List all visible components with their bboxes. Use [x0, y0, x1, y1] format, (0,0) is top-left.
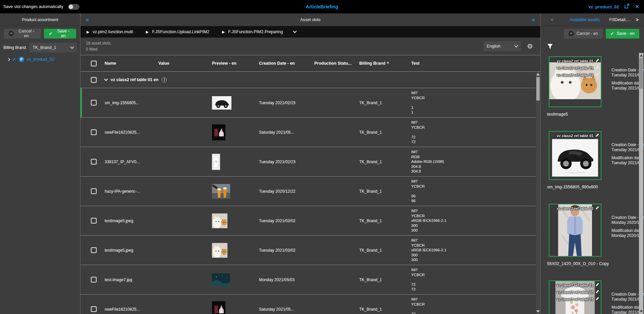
billing-brand-select[interactable]: TK_Brand_1 [29, 43, 77, 53]
asset-label: vz class2 ref table 01 [549, 132, 601, 139]
edit-pencil-icon[interactable] [595, 65, 599, 70]
scroll-down-icon[interactable] [640, 310, 643, 313]
cell-billing-brand: TK_Brand_1 [357, 277, 409, 282]
info-icon[interactable]: i [162, 77, 167, 82]
right-cancel-button[interactable]: ✕ Cancel - en [564, 29, 603, 39]
tab-fsdetail[interactable]: FSDetail.... [609, 17, 630, 22]
edit-pencil-icon[interactable] [595, 290, 599, 294]
cell-name: testImage5.jpeg [102, 218, 156, 223]
nav-back-icon[interactable]: < [551, 17, 553, 22]
scrollbar-thumb[interactable] [639, 58, 643, 89]
row-checkbox[interactable] [91, 129, 97, 135]
edit-pencil-icon[interactable] [595, 297, 599, 301]
row-checkbox[interactable] [91, 159, 97, 165]
table-row[interactable]: newFile16210825... Saturday 2021/05... T… [80, 295, 540, 314]
column-name[interactable]: Name [102, 61, 156, 66]
edit-pencil-icon[interactable] [595, 133, 599, 138]
scroll-down-icon[interactable] [536, 310, 540, 313]
open-external-icon[interactable] [624, 4, 630, 10]
scrollbar-thumb[interactable] [536, 77, 540, 101]
table-row[interactable]: hazy-IPA-generic-... Tuesday 2020/12/22 … [80, 177, 540, 206]
tab-available-assets[interactable]: Available assets [570, 17, 600, 22]
cell-name: testImage5.jpeg [102, 248, 156, 253]
workflow-button-3[interactable]: ▶ F.JSFunction.PIM2.Preparing [222, 29, 283, 34]
cell-test: IM7 YCBCR sRGB IEC61966-2.1 300 300 [409, 206, 536, 233]
collapse-right-icon[interactable]: » [532, 17, 535, 23]
row-checkbox[interactable] [91, 100, 97, 106]
table-row[interactable]: testImage5.jpeg Tuesday 2021/03/02 TK_Br… [80, 206, 540, 236]
cell-creation-date: Saturday 2021/05... [256, 307, 312, 312]
preview-thumbnail [209, 124, 256, 140]
close-icon[interactable]: ✕ [635, 4, 639, 10]
edit-pencil-icon[interactable] [595, 206, 599, 210]
scroll-up-icon[interactable] [640, 54, 643, 57]
left-save-button[interactable]: ✓ Save - en [44, 29, 76, 39]
column-creation-date[interactable]: Creation Date - en [256, 61, 312, 66]
column-billing-brand[interactable]: Billing Brand^ [357, 61, 409, 66]
group-collapse-chevron-icon[interactable] [104, 77, 108, 81]
workflow-more-chevron-icon[interactable] [293, 29, 297, 33]
table-row[interactable]: 338137_IP_AFV0... Tuesday 2021/02/23 TK_… [80, 147, 540, 177]
edit-pencil-icon[interactable] [595, 58, 599, 63]
left-panel-title: Product assortment [0, 17, 80, 22]
cell-test: IM7 YCBCR 96 96 [409, 177, 536, 203]
language-select[interactable]: English [483, 41, 521, 51]
group-checkbox[interactable] [91, 77, 97, 83]
product-badge-icon: P [19, 57, 24, 62]
column-value[interactable]: Value [156, 61, 209, 66]
cancel-x-icon: ✕ [569, 31, 574, 36]
row-checkbox[interactable] [91, 188, 97, 194]
asset-name: testImage5 [547, 112, 644, 117]
workflow-button-1[interactable]: ▶ vz.pim2.function.multi [87, 29, 133, 34]
preview-thumbnail [209, 96, 256, 110]
row-checkbox[interactable] [91, 306, 97, 312]
asset-card[interactable]: vz class2 ref table 01 vz class2 ref tab… [549, 56, 644, 117]
table-scrollbar[interactable] [536, 72, 540, 314]
asset-label: vz class2 ref table 02 [549, 205, 601, 212]
row-checkbox[interactable] [91, 277, 97, 282]
table-row[interactable]: sm_img-1556805... Tuesday 2021/02/23 TK_… [80, 88, 540, 118]
table-row[interactable]: testImage5.jpeg Tuesday 2021/03/02 TK_Br… [80, 236, 540, 265]
table-row[interactable]: newFile16210825... Saturday 2021/05... T… [80, 118, 540, 147]
column-preview[interactable]: Preview - en [209, 61, 256, 66]
cell-test: IM7 YCBCR 1 1 [409, 88, 536, 115]
asset-card[interactable]: vz class2 ref table 01 Creation Date - e… [549, 131, 644, 190]
asset-card[interactable]: vz class2 ref table 02 Creation Date - e… [549, 204, 644, 266]
asset-card[interactable]: vz class2 ref table 01 vz class2 ref tab… [549, 280, 644, 314]
column-test[interactable]: Test [409, 61, 536, 66]
right-save-button[interactable]: ✓ Save - en [606, 29, 639, 39]
column-production-status[interactable]: Production Statu... [312, 61, 357, 66]
edit-pencil-icon[interactable] [595, 72, 599, 77]
billing-brand-value: TK_Brand_1 [33, 45, 56, 50]
available-assets-panel: < Available assets FSDetail.... > ✕ Canc… [541, 13, 644, 314]
save-check-icon: ✓ [610, 31, 614, 36]
cell-creation-date: Tuesday 2021/02/23 [256, 101, 312, 105]
workflow-button-2[interactable]: ▶ F.JSFunction.Upload.LinkPIM2 [146, 29, 209, 34]
preview-thumbnail [209, 301, 256, 314]
cell-billing-brand: TK_Brand_1 [357, 101, 409, 105]
cell-name: newFile16210825... [102, 307, 156, 312]
cell-creation-date: Monday 2021/05/03 [256, 277, 312, 282]
table-row[interactable]: test-image7.jpg Monday 2021/05/03 TK_Bra… [80, 265, 540, 295]
gear-icon[interactable]: ⚙ [527, 43, 533, 50]
header-checkbox[interactable] [91, 61, 97, 66]
cell-test: IM7 YCBCR 72 72 [409, 295, 536, 314]
group-row[interactable]: vz class2 ref table 01 en i [80, 72, 540, 88]
expand-chevron-icon[interactable] [7, 58, 10, 61]
cell-test: IM7 RGB Adobe RGB (1998) 304.8 304.8 [409, 147, 536, 174]
nav-forward-icon[interactable]: > [636, 17, 639, 22]
row-checkbox[interactable] [91, 218, 97, 224]
cell-billing-brand: TK_Brand_1 [357, 130, 409, 135]
scroll-up-icon[interactable] [536, 73, 540, 75]
filter-icon[interactable] [547, 44, 553, 51]
left-cancel-button[interactable]: ✕ Cancel - en [4, 29, 41, 39]
asset-name: 55X02_1420_00X_D_010 - Copy [547, 261, 644, 266]
assets-scrollbar[interactable] [639, 53, 643, 314]
collapse-left-icon[interactable]: « [86, 17, 89, 23]
preview-thumbnail [209, 154, 256, 170]
cell-billing-brand: TK_Brand_1 [357, 218, 409, 223]
tree-item-product[interactable]: ✓ P vz_product_02 [0, 54, 80, 64]
group-header-label: vz class2 ref table 01 en [111, 77, 158, 82]
row-checkbox[interactable] [91, 247, 97, 253]
edit-pencil-icon[interactable] [595, 282, 599, 287]
